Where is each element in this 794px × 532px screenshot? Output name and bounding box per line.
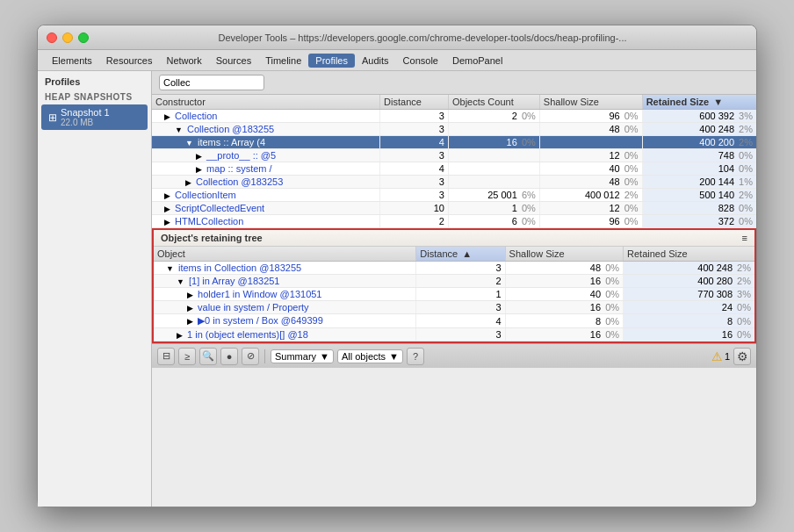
minimize-button[interactable] (62, 32, 73, 43)
retaining-tree-header: Object's retaining tree ≡ (154, 230, 754, 247)
dropdown-arrow-icon: ▼ (389, 351, 399, 362)
circle-icon[interactable]: ● (220, 348, 238, 365)
settings-icon[interactable]: ⚙ (733, 348, 751, 365)
snapshot-label: Snapshot 1 (61, 107, 110, 118)
record-icon[interactable]: ≥ (178, 348, 196, 365)
table-row[interactable]: ▶ holder1 in Window @131051 1 40 0% 770 … (154, 288, 754, 301)
close-button[interactable] (47, 32, 57, 43)
search-icon[interactable]: 🔍 (199, 348, 217, 365)
table-row[interactable]: ▶ HTMLCollection 2 6 0% 96 0% (152, 215, 756, 228)
cell-objects: 2 0% (448, 110, 539, 123)
expand-icon[interactable]: ▶ (187, 317, 193, 326)
ret-cell-object: ▼ [1] in Array @183251 (154, 275, 416, 288)
sidebar-section-heap: HEAP SNAPSHOTS (38, 89, 151, 104)
cell-constructor: ▶ CollectionItem (152, 189, 380, 202)
table-row[interactable]: ▶ 1 in (object elements)[] @18 3 16 0% 1… (154, 328, 754, 341)
ret-cell-object: ▶ ▶0 in system / Box @649399 (154, 314, 416, 328)
cell-shallow: 96 0% (539, 110, 642, 123)
expand-icon[interactable]: ▼ (177, 277, 184, 286)
col-header-objects: Objects Count (448, 95, 539, 110)
expand-icon[interactable]: ▶ (177, 331, 183, 340)
cell-constructor: ▶ Collection (152, 110, 380, 123)
warning-count: 1 (725, 351, 730, 362)
separator (264, 349, 265, 363)
table-row[interactable]: ▶ ScriptCollectedEvent 10 1 0% 12 0% (152, 202, 756, 215)
table-row[interactable]: ▶ Collection 3 2 0% 96 0% (152, 110, 756, 123)
menu-bar: Elements Resources Network Sources Timel… (38, 50, 756, 71)
col-header-retained: Retained Size ▼ (642, 95, 756, 110)
dropdown-arrow-icon: ▼ (320, 351, 329, 362)
cell-constructor: ▶ HTMLCollection (152, 215, 380, 228)
retaining-tree-menu-icon: ≡ (742, 233, 747, 243)
expand-icon[interactable]: ▶ (196, 165, 202, 174)
cell-constructor: ▼ items :: Array (4 (152, 136, 380, 149)
menu-item-profiles[interactable]: Profiles (308, 54, 355, 68)
table-row[interactable]: ▶ __proto__ :: @5 3 12 0% 748 0 (152, 149, 756, 162)
cell-constructor: ▶ ScriptCollectedEvent (152, 202, 380, 215)
expand-icon[interactable]: ▶ (185, 178, 191, 187)
expand-icon[interactable]: ▼ (166, 264, 174, 273)
expand-icon[interactable]: ▶ (164, 205, 170, 213)
menu-item-audits[interactable]: Audits (355, 54, 396, 68)
snapshot-icon: ⊞ (48, 111, 57, 124)
menu-item-elements[interactable]: Elements (45, 54, 99, 68)
search-bar (152, 71, 756, 95)
cell-constructor: ▼ Collection @183255 (152, 123, 380, 136)
expand-icon[interactable]: ▶ (164, 191, 170, 200)
all-objects-label: All objects (342, 351, 386, 362)
search-input[interactable] (159, 75, 264, 90)
table-row[interactable]: ▼ items in Collection @183255 3 48 0% 40… (154, 262, 754, 275)
table-row[interactable]: ▶ ▶0 in system / Box @649399 4 8 0% 8 (154, 314, 754, 328)
table-row-selected[interactable]: ▼ items :: Array (4 4 16 0% 400 200 (152, 136, 756, 149)
table-row[interactable]: ▶ value in system / Property 3 16 0% 24 (154, 301, 754, 314)
menu-item-demopanel[interactable]: DemoPanel (445, 54, 509, 68)
expand-icon[interactable]: ▶ (164, 218, 170, 226)
cell-constructor: ▶ map :: system / (152, 162, 380, 176)
table-row[interactable]: ▶ Collection @183253 3 48 0% 200 144 (152, 176, 756, 189)
retaining-table-container: Object Distance ▲ Shallow Size Retained … (154, 247, 754, 341)
main-panel: Constructor Distance Objects Count Shall… (152, 71, 756, 507)
titlebar: Developer Tools – https://developers.goo… (38, 25, 756, 50)
statusbar: ⊟ ≥ 🔍 ● ⊘ Summary ▼ All objects ▼ ? ⚠ 1 (152, 343, 756, 368)
expand-icon[interactable]: ▶ (187, 291, 193, 299)
summary-dropdown[interactable]: Summary ▼ (271, 349, 334, 363)
all-objects-dropdown[interactable]: All objects ▼ (337, 349, 403, 363)
menu-item-sources[interactable]: Sources (209, 54, 258, 68)
table-row[interactable]: ▶ CollectionItem 3 25 001 6% 400 012 2% (152, 189, 756, 202)
menu-item-timeline[interactable]: Timeline (258, 54, 308, 68)
ret-col-distance: Distance ▲ (416, 247, 505, 262)
expand-icon[interactable]: ▶ (187, 304, 193, 313)
menu-item-console[interactable]: Console (396, 54, 445, 68)
expand-icon[interactable]: ▶ (196, 152, 202, 161)
help-icon[interactable]: ? (407, 348, 424, 365)
maximize-button[interactable] (78, 32, 89, 43)
sidebar-item-snapshot1[interactable]: ⊞ Snapshot 1 22.0 MB (41, 104, 148, 130)
table-row[interactable]: ▶ map :: system / 4 40 0% 104 0 (152, 162, 756, 176)
col-header-distance: Distance (380, 95, 449, 110)
expand-icon[interactable]: ▶ (164, 112, 170, 121)
retaining-tree-title: Object's retaining tree (161, 233, 263, 243)
devtools-window: Developer Tools – https://developers.goo… (37, 25, 757, 507)
col-header-constructor: Constructor (152, 95, 380, 110)
table-row[interactable]: ▼ Collection @183255 3 48 0% 400 248 (152, 123, 756, 136)
summary-label: Summary (275, 351, 316, 362)
expand-icon[interactable]: ▼ (175, 126, 183, 134)
retaining-tree-section: Object's retaining tree ≡ Object Distanc… (152, 228, 756, 343)
cell-constructor: ▶ Collection @183253 (152, 176, 380, 189)
menu-item-network[interactable]: Network (159, 54, 208, 68)
expand-icon[interactable]: ▼ (185, 139, 193, 147)
screenshot-icon[interactable]: ⊟ (157, 348, 175, 365)
cell-distance: 3 (380, 110, 449, 123)
ret-col-shallow: Shallow Size (505, 247, 623, 262)
ban-icon[interactable]: ⊘ (242, 348, 259, 365)
cell-constructor: ▶ __proto__ :: @5 (152, 149, 380, 162)
traffic-lights (47, 32, 89, 43)
menu-item-resources[interactable]: Resources (99, 54, 160, 68)
table-row[interactable]: ▼ [1] in Array @183251 2 16 0% 400 280 (154, 275, 754, 288)
sidebar-title: Profiles (38, 71, 151, 89)
ret-col-retained: Retained Size (624, 247, 754, 262)
ret-cell-object: ▶ holder1 in Window @131051 (154, 288, 416, 301)
ret-col-object: Object (154, 247, 416, 262)
ret-cell-object: ▶ 1 in (object elements)[] @18 (154, 328, 416, 341)
cell-retained: 600 392 3% (642, 110, 756, 123)
